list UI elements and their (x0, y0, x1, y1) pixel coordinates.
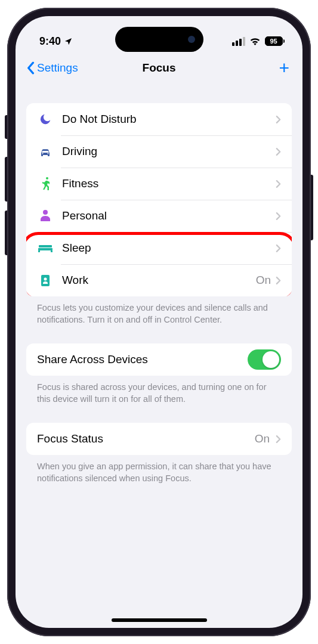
svg-rect-4 (38, 250, 40, 252)
focus-mode-row-work[interactable]: Work On (26, 264, 292, 296)
mode-label: Sleep (62, 242, 276, 255)
mode-label: Fitness (62, 177, 276, 190)
mode-label: Do Not Disturb (62, 113, 276, 126)
back-label: Settings (37, 61, 78, 75)
chevron-right-icon (276, 115, 281, 124)
runner-icon (37, 175, 54, 192)
share-group: Share Across Devices (26, 343, 292, 376)
car-icon (37, 143, 54, 160)
person-icon (37, 208, 54, 224)
mode-status: On (256, 274, 271, 287)
chevron-right-icon (276, 212, 281, 221)
focus-mode-row-do-not-disturb[interactable]: Do Not Disturb (26, 103, 292, 135)
share-toggle[interactable] (248, 349, 281, 370)
svg-rect-5 (51, 250, 53, 252)
dynamic-island (115, 27, 203, 52)
chevron-right-icon (276, 435, 281, 444)
mode-label: Personal (62, 209, 276, 222)
focus-mode-row-sleep[interactable]: Sleep (26, 232, 292, 264)
chevron-right-icon (276, 244, 281, 253)
page-title: Focus (143, 61, 176, 75)
add-button[interactable]: + (279, 58, 292, 78)
home-indicator[interactable] (112, 618, 207, 622)
phone-frame: 9:40 95 Settings Focus + (7, 8, 311, 636)
status-time: 9:40 (39, 35, 61, 48)
cellular-icon (232, 37, 245, 46)
location-icon (64, 37, 73, 46)
focus-status-label: Focus Status (37, 432, 103, 445)
badge-icon (37, 272, 54, 289)
focus-status-footer: When you give an app permission, it can … (26, 455, 292, 484)
svg-point-7 (44, 278, 47, 281)
modes-footer: Focus lets you customize your devices an… (26, 296, 292, 326)
share-footer: Focus is shared across your devices, and… (26, 376, 292, 405)
svg-point-1 (43, 210, 48, 215)
chevron-right-icon (276, 147, 281, 156)
screen: 9:40 95 Settings Focus + (16, 16, 302, 628)
moon-icon (37, 111, 54, 128)
mode-label: Work (62, 274, 256, 287)
focus-status-value: On (255, 432, 270, 445)
focus-mode-row-driving[interactable]: Driving (26, 135, 292, 168)
chevron-left-icon (26, 61, 35, 75)
mode-label: Driving (62, 145, 276, 158)
svg-rect-2 (39, 245, 52, 247)
focus-mode-row-personal[interactable]: Personal (26, 200, 292, 232)
nav-bar: Settings Focus + (16, 53, 302, 83)
focus-modes-list: Do Not Disturb Driving Fitness Personal … (26, 103, 292, 296)
battery-icon: 95 (265, 36, 285, 46)
focus-mode-row-fitness[interactable]: Fitness (26, 168, 292, 200)
wifi-icon (249, 37, 261, 45)
chevron-right-icon (276, 276, 281, 285)
share-across-devices-row[interactable]: Share Across Devices (26, 343, 292, 376)
svg-point-0 (46, 177, 48, 179)
bed-icon (37, 240, 54, 256)
svg-rect-3 (38, 248, 53, 250)
chevron-right-icon (276, 179, 281, 188)
share-label: Share Across Devices (37, 353, 148, 366)
focus-status-group: Focus Status On (26, 423, 292, 455)
focus-status-row[interactable]: Focus Status On (26, 423, 292, 455)
back-button[interactable]: Settings (26, 61, 78, 75)
